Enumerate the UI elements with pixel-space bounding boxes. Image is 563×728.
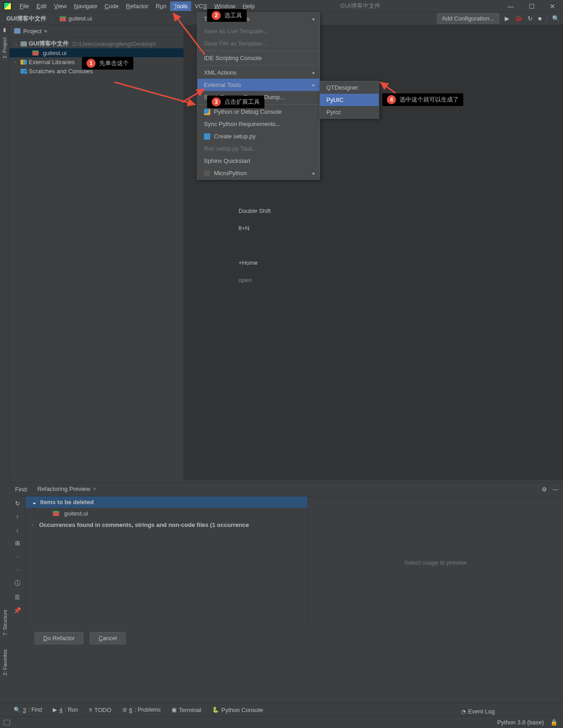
breadcrumb-root[interactable]: GUI博客中文件 xyxy=(4,14,49,24)
dd-save-file-template[interactable]: Save File as Template... xyxy=(198,37,320,50)
find-tree-occurrences[interactable]: ›Occurrences found in comments, strings … xyxy=(25,519,308,531)
tab-find[interactable]: 🔍 3: Find xyxy=(14,707,42,713)
tab-problems[interactable]: ⊘ 6: Problems xyxy=(122,707,161,713)
menu-run[interactable]: Run xyxy=(152,1,170,11)
structure-tool-button[interactable]: 7: Structure xyxy=(2,610,8,636)
project-panel: Project ▾ ⌄ GUI博客中文件 D:\Users\xiaoqingfe… xyxy=(10,25,184,480)
menu-code[interactable]: Code xyxy=(101,1,122,11)
event-log-button[interactable]: ◔ Event Log xyxy=(461,708,495,715)
dd-external-tools[interactable]: External Tools▸ xyxy=(198,79,320,91)
close-button[interactable]: ✕ xyxy=(542,0,563,12)
tree-root-path: D:\Users\xiaoqingfeng\Desktop\ xyxy=(72,40,156,47)
annotation-1: 1先单击这个 xyxy=(82,57,133,70)
import-icon[interactable]: → xyxy=(15,553,20,560)
minimize-panel-icon[interactable]: — xyxy=(553,486,558,493)
find-tree-header[interactable]: ⌄ Items to be deleted xyxy=(25,496,308,508)
annotation-badge-1: 1 xyxy=(86,59,96,68)
menu-refactor[interactable]: Refactor xyxy=(122,1,152,11)
minimize-button[interactable]: ― xyxy=(500,0,521,12)
python-icon xyxy=(204,109,210,115)
dd-run-setup[interactable]: Run setup.py Task... xyxy=(198,142,320,155)
project-label: Project xyxy=(23,28,41,35)
find-panel-header: Find: Refactoring Preview× ⚙ — xyxy=(10,483,563,496)
ui-file-icon xyxy=(60,16,66,21)
expand-icon[interactable]: ⊞ xyxy=(15,540,20,546)
submenu-pyrcc[interactable]: Pyrcc xyxy=(320,106,379,118)
project-tool-button[interactable]: ▮ xyxy=(3,27,6,33)
dd-separator xyxy=(198,51,320,51)
find-panel: Find: Refactoring Preview× ⚙ — ↻ ↑ ↓ ⊞ →… xyxy=(10,482,563,657)
chevron-down-icon[interactable]: ⌄ xyxy=(14,41,19,46)
add-configuration-button[interactable]: Add Configuration... xyxy=(437,13,499,24)
lock-icon[interactable]: 🔒 xyxy=(550,719,557,726)
menu-view[interactable]: View xyxy=(50,1,70,11)
tree-file-guitest[interactable]: guitest.ui xyxy=(10,48,183,57)
cancel-button[interactable]: Cancel xyxy=(90,632,125,644)
dd-ide-scripting[interactable]: IDE Scripting Console xyxy=(198,52,320,64)
search-icon[interactable]: 🔍 xyxy=(547,15,559,22)
refresh-icon[interactable]: ↻ xyxy=(15,500,20,507)
dd-create-setup[interactable]: Create setup.py xyxy=(198,130,320,142)
gear-icon[interactable]: ⚙ xyxy=(542,486,547,493)
tree-extlib-label: External Libraries xyxy=(29,59,75,66)
tree-root[interactable]: ⌄ GUI博客中文件 D:\Users\xiaoqingfeng\Desktop… xyxy=(10,39,183,48)
menu-file[interactable]: File xyxy=(16,1,33,11)
tab-terminal[interactable]: ▣ Terminal xyxy=(172,707,201,713)
dd-save-live-template[interactable]: Save as Live Template... xyxy=(198,25,320,37)
checkbox-icon xyxy=(204,170,210,177)
dropdown-icon[interactable]: ▾ xyxy=(44,28,47,35)
dd-xml-actions[interactable]: XML Actions▸ xyxy=(198,66,320,79)
tab-run[interactable]: ▶ 4: Run xyxy=(53,707,78,713)
menu-tools[interactable]: Tools xyxy=(170,1,191,11)
pycharm-logo-icon xyxy=(4,2,11,10)
tab-todo[interactable]: ≡ TODO xyxy=(89,707,111,713)
up-arrow-icon[interactable]: ↑ xyxy=(16,513,19,520)
ui-file-icon xyxy=(32,51,39,56)
find-tab-refactoring[interactable]: Refactoring Preview× xyxy=(33,484,101,495)
maximize-button[interactable]: ☐ xyxy=(521,0,542,12)
left-gutter: ▮ 1: Project xyxy=(0,25,10,480)
find-side-toolbar: ↻ ↑ ↓ ⊞ → → ⓘ ☰ 📌 xyxy=(10,496,25,628)
down-arrow-icon[interactable]: ↓ xyxy=(16,526,19,533)
annotation-4: 4选中这个就可以生成了 xyxy=(382,93,463,106)
gutter-project-label[interactable]: 1: Project xyxy=(2,37,7,58)
coverage-icon[interactable]: ↻ xyxy=(527,15,533,22)
do-refactor-button[interactable]: Do Refactor xyxy=(35,632,83,644)
info-icon[interactable]: ⓘ xyxy=(15,579,20,587)
menu-edit[interactable]: Edit xyxy=(33,1,50,11)
close-tab-icon[interactable]: × xyxy=(93,485,96,492)
dd-sync-requirements[interactable]: Sync Python Requirements... xyxy=(198,118,320,130)
export-icon[interactable]: → xyxy=(15,566,20,573)
find-footer: Do Refactor Cancel xyxy=(10,628,563,647)
project-panel-header[interactable]: Project ▾ xyxy=(10,25,183,37)
run-icon[interactable]: ▶ xyxy=(505,15,509,22)
list-icon[interactable]: ☰ xyxy=(15,594,20,601)
dd-micropython[interactable]: MicroPython▸ xyxy=(198,167,320,179)
left-tool-strip: 7: Structure 2: Favorites xyxy=(0,610,10,675)
stop-icon[interactable]: ■ xyxy=(538,15,542,22)
project-icon xyxy=(14,28,20,34)
chevron-right-icon[interactable]: › xyxy=(14,60,19,65)
statusbar-icon[interactable] xyxy=(4,720,10,725)
breadcrumb-file[interactable]: guitest.ui xyxy=(57,14,95,23)
dd-sphinx[interactable]: Sphinx Quickstart xyxy=(198,155,320,167)
annotation-badge-4: 4 xyxy=(387,95,396,104)
favorites-tool-button[interactable]: 2: Favorites xyxy=(2,649,8,675)
pin-icon[interactable]: 📌 xyxy=(14,607,21,614)
find-tree-file[interactable]: guitest.ui xyxy=(25,508,308,519)
external-tools-submenu: QTDesigner PyUIC Pyrcc xyxy=(320,81,379,119)
tree-root-label: GUI博客中文件 xyxy=(29,40,69,48)
menu-navigate[interactable]: Navigate xyxy=(70,1,101,11)
python-interpreter-label[interactable]: Python 3.8 (base) xyxy=(497,719,544,726)
submenu-pyuic[interactable]: PyUIC xyxy=(320,94,379,106)
setup-icon xyxy=(204,133,210,140)
submenu-qtdesigner[interactable]: QTDesigner xyxy=(320,81,379,94)
breadcrumb-separator: 〉 xyxy=(50,15,56,23)
tab-python-console[interactable]: 🐍 Python Console xyxy=(212,707,263,713)
debug-icon[interactable]: 🐞 xyxy=(515,15,522,22)
annotation-2: 2选工具 xyxy=(207,9,247,22)
dd-separator xyxy=(198,65,320,66)
annotation-badge-2: 2 xyxy=(212,11,221,20)
find-label: Find: xyxy=(15,486,28,493)
find-tree: ⌄ Items to be deleted guitest.ui ›Occurr… xyxy=(25,496,308,628)
